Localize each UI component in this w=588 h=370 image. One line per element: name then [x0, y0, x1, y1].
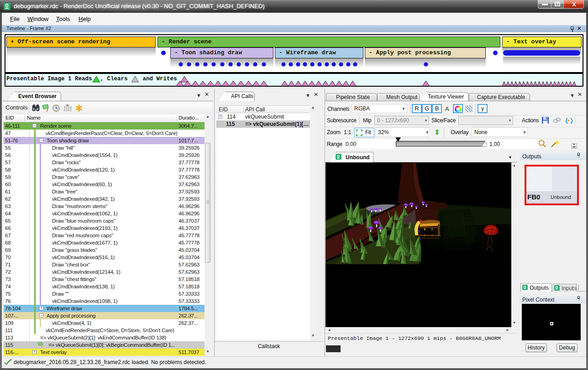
svg-text:❭: ❭: [569, 117, 574, 124]
